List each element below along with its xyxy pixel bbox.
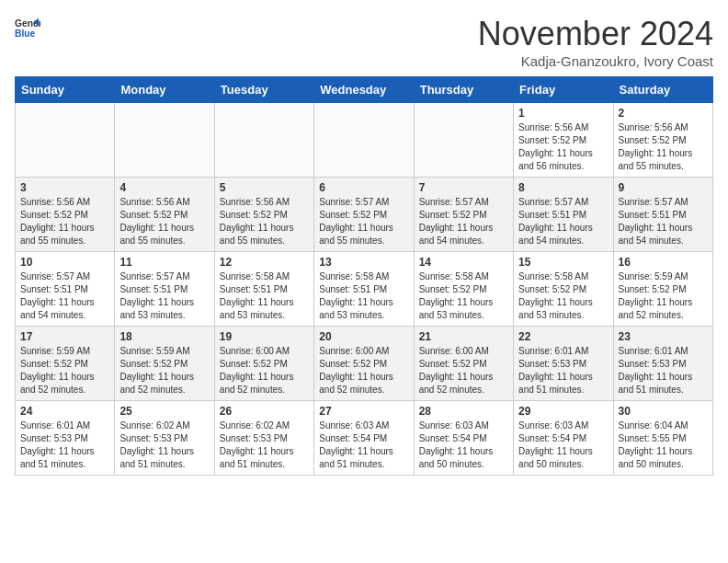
- calendar-cell-25: 25Sunrise: 6:02 AM Sunset: 5:53 PM Dayli…: [115, 401, 214, 476]
- day-info: Sunrise: 5:56 AM Sunset: 5:52 PM Dayligh…: [619, 121, 708, 173]
- calendar-cell-26: 26Sunrise: 6:02 AM Sunset: 5:53 PM Dayli…: [214, 401, 313, 476]
- day-info: Sunrise: 5:56 AM Sunset: 5:52 PM Dayligh…: [20, 196, 109, 247]
- day-info: Sunrise: 5:58 AM Sunset: 5:51 PM Dayligh…: [319, 270, 408, 322]
- calendar-cell-8: 8Sunrise: 5:57 AM Sunset: 5:51 PM Daylig…: [514, 178, 613, 252]
- day-number: 5: [220, 181, 309, 194]
- day-number: 19: [220, 330, 309, 343]
- day-info: Sunrise: 5:56 AM Sunset: 5:52 PM Dayligh…: [518, 121, 608, 173]
- calendar-cell-empty: [414, 103, 513, 178]
- calendar-cell-5: 5Sunrise: 5:56 AM Sunset: 5:52 PM Daylig…: [214, 178, 313, 252]
- calendar-cell-20: 20Sunrise: 6:00 AM Sunset: 5:52 PM Dayli…: [314, 327, 414, 401]
- title-block: November 2024 Kadja-Gnanzoukro, Ivory Co…: [478, 15, 713, 69]
- day-number: 25: [119, 405, 209, 418]
- day-number: 21: [419, 330, 508, 343]
- svg-text:Blue: Blue: [15, 29, 36, 39]
- day-number: 17: [20, 330, 109, 343]
- calendar-cell-2: 2Sunrise: 5:56 AM Sunset: 5:52 PM Daylig…: [613, 103, 712, 178]
- day-info: Sunrise: 5:56 AM Sunset: 5:52 PM Dayligh…: [220, 196, 309, 247]
- weekday-header-monday: Monday: [115, 77, 214, 103]
- day-number: 16: [619, 256, 708, 269]
- calendar-cell-7: 7Sunrise: 5:57 AM Sunset: 5:52 PM Daylig…: [414, 178, 513, 252]
- day-number: 8: [518, 181, 608, 194]
- calendar-cell-27: 27Sunrise: 6:03 AM Sunset: 5:54 PM Dayli…: [314, 401, 414, 476]
- calendar-cell-19: 19Sunrise: 6:00 AM Sunset: 5:52 PM Dayli…: [214, 327, 313, 401]
- calendar-cell-14: 14Sunrise: 5:58 AM Sunset: 5:52 PM Dayli…: [414, 252, 513, 327]
- day-number: 26: [220, 405, 309, 418]
- day-info: Sunrise: 6:04 AM Sunset: 5:55 PM Dayligh…: [619, 419, 708, 471]
- day-info: Sunrise: 6:02 AM Sunset: 5:53 PM Dayligh…: [220, 419, 309, 471]
- calendar-cell-22: 22Sunrise: 6:01 AM Sunset: 5:53 PM Dayli…: [514, 327, 613, 401]
- day-info: Sunrise: 5:57 AM Sunset: 5:51 PM Dayligh…: [119, 270, 209, 322]
- day-info: Sunrise: 5:58 AM Sunset: 5:51 PM Dayligh…: [220, 270, 309, 322]
- day-number: 12: [220, 256, 309, 269]
- day-info: Sunrise: 6:00 AM Sunset: 5:52 PM Dayligh…: [220, 345, 309, 396]
- day-info: Sunrise: 5:57 AM Sunset: 5:52 PM Dayligh…: [419, 196, 508, 247]
- day-info: Sunrise: 5:57 AM Sunset: 5:52 PM Dayligh…: [319, 196, 408, 247]
- day-number: 15: [518, 256, 608, 269]
- calendar-cell-17: 17Sunrise: 5:59 AM Sunset: 5:52 PM Dayli…: [16, 327, 115, 401]
- day-number: 3: [20, 181, 109, 194]
- day-info: Sunrise: 6:02 AM Sunset: 5:53 PM Dayligh…: [119, 419, 209, 471]
- week-row-4: 17Sunrise: 5:59 AM Sunset: 5:52 PM Dayli…: [16, 327, 713, 401]
- day-number: 27: [319, 405, 408, 418]
- day-number: 22: [518, 330, 608, 343]
- day-number: 29: [518, 405, 608, 418]
- calendar-cell-18: 18Sunrise: 5:59 AM Sunset: 5:52 PM Dayli…: [115, 327, 214, 401]
- week-row-1: 1Sunrise: 5:56 AM Sunset: 5:52 PM Daylig…: [16, 103, 713, 178]
- location: Kadja-Gnanzoukro, Ivory Coast: [478, 53, 713, 69]
- weekday-header-friday: Friday: [514, 77, 613, 103]
- week-row-5: 24Sunrise: 6:01 AM Sunset: 5:53 PM Dayli…: [16, 401, 713, 476]
- day-info: Sunrise: 5:59 AM Sunset: 5:52 PM Dayligh…: [20, 345, 109, 396]
- day-info: Sunrise: 5:57 AM Sunset: 5:51 PM Dayligh…: [518, 196, 608, 247]
- day-info: Sunrise: 5:58 AM Sunset: 5:52 PM Dayligh…: [419, 270, 508, 322]
- day-number: 9: [619, 181, 708, 194]
- day-info: Sunrise: 6:03 AM Sunset: 5:54 PM Dayligh…: [518, 419, 608, 471]
- calendar-cell-23: 23Sunrise: 6:01 AM Sunset: 5:53 PM Dayli…: [613, 327, 712, 401]
- day-number: 23: [619, 330, 708, 343]
- week-row-3: 10Sunrise: 5:57 AM Sunset: 5:51 PM Dayli…: [16, 252, 713, 327]
- calendar-cell-24: 24Sunrise: 6:01 AM Sunset: 5:53 PM Dayli…: [16, 401, 115, 476]
- calendar-header-row: SundayMondayTuesdayWednesdayThursdayFrid…: [16, 77, 713, 103]
- day-info: Sunrise: 6:00 AM Sunset: 5:52 PM Dayligh…: [319, 345, 408, 396]
- calendar-cell-30: 30Sunrise: 6:04 AM Sunset: 5:55 PM Dayli…: [613, 401, 712, 476]
- day-info: Sunrise: 6:03 AM Sunset: 5:54 PM Dayligh…: [419, 419, 508, 471]
- calendar: SundayMondayTuesdayWednesdayThursdayFrid…: [15, 76, 713, 476]
- calendar-cell-empty: [115, 103, 214, 178]
- day-number: 13: [319, 256, 408, 269]
- calendar-cell-6: 6Sunrise: 5:57 AM Sunset: 5:52 PM Daylig…: [314, 178, 414, 252]
- day-number: 1: [518, 107, 608, 120]
- weekday-header-saturday: Saturday: [613, 77, 712, 103]
- calendar-cell-10: 10Sunrise: 5:57 AM Sunset: 5:51 PM Dayli…: [16, 252, 115, 327]
- calendar-cell-28: 28Sunrise: 6:03 AM Sunset: 5:54 PM Dayli…: [414, 401, 513, 476]
- day-number: 14: [419, 256, 508, 269]
- calendar-cell-12: 12Sunrise: 5:58 AM Sunset: 5:51 PM Dayli…: [214, 252, 313, 327]
- calendar-cell-4: 4Sunrise: 5:56 AM Sunset: 5:52 PM Daylig…: [115, 178, 214, 252]
- day-number: 30: [619, 405, 708, 418]
- weekday-header-sunday: Sunday: [16, 77, 115, 103]
- calendar-cell-1: 1Sunrise: 5:56 AM Sunset: 5:52 PM Daylig…: [514, 103, 613, 178]
- day-number: 18: [119, 330, 209, 343]
- day-number: 10: [20, 256, 109, 269]
- day-info: Sunrise: 5:59 AM Sunset: 5:52 PM Dayligh…: [119, 345, 209, 396]
- day-info: Sunrise: 5:57 AM Sunset: 5:51 PM Dayligh…: [20, 270, 109, 322]
- day-info: Sunrise: 5:58 AM Sunset: 5:52 PM Dayligh…: [518, 270, 608, 322]
- day-number: 11: [119, 256, 209, 269]
- weekday-header-wednesday: Wednesday: [314, 77, 414, 103]
- day-info: Sunrise: 6:01 AM Sunset: 5:53 PM Dayligh…: [619, 345, 708, 396]
- calendar-cell-empty: [214, 103, 313, 178]
- calendar-cell-empty: [16, 103, 115, 178]
- day-info: Sunrise: 6:03 AM Sunset: 5:54 PM Dayligh…: [319, 419, 408, 471]
- calendar-cell-15: 15Sunrise: 5:58 AM Sunset: 5:52 PM Dayli…: [514, 252, 613, 327]
- day-number: 20: [319, 330, 408, 343]
- day-info: Sunrise: 6:00 AM Sunset: 5:52 PM Dayligh…: [419, 345, 508, 396]
- logo: General Blue: [15, 15, 40, 40]
- calendar-cell-11: 11Sunrise: 5:57 AM Sunset: 5:51 PM Dayli…: [115, 252, 214, 327]
- day-info: Sunrise: 6:01 AM Sunset: 5:53 PM Dayligh…: [20, 419, 109, 471]
- day-number: 2: [619, 107, 708, 120]
- day-info: Sunrise: 5:57 AM Sunset: 5:51 PM Dayligh…: [619, 196, 708, 247]
- calendar-cell-29: 29Sunrise: 6:03 AM Sunset: 5:54 PM Dayli…: [514, 401, 613, 476]
- week-row-2: 3Sunrise: 5:56 AM Sunset: 5:52 PM Daylig…: [16, 178, 713, 252]
- logo-icon: General Blue: [15, 15, 40, 40]
- weekday-header-tuesday: Tuesday: [214, 77, 313, 103]
- calendar-cell-empty: [314, 103, 414, 178]
